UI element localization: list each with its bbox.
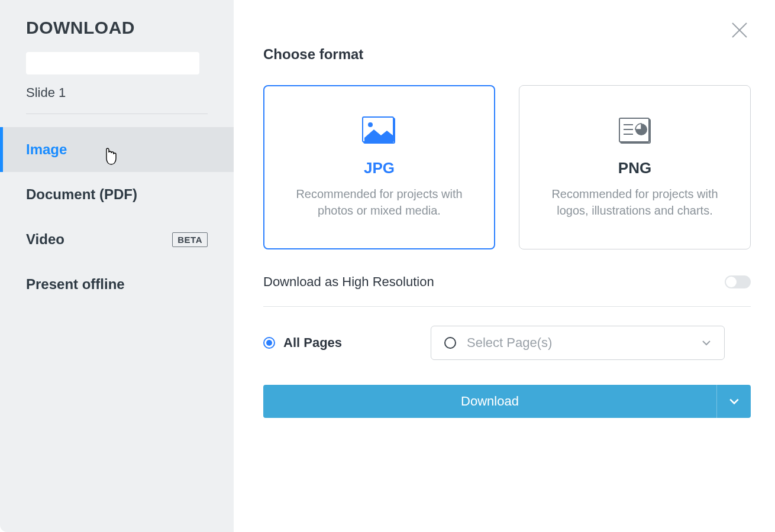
sidebar: DOWNLOAD Slide 1 Image Document (PDF) Vi… [0,0,234,532]
high-resolution-label: Download as High Resolution [263,274,434,290]
download-button[interactable]: Download [263,385,716,418]
select-pages-dropdown[interactable]: Select Page(s) [431,326,725,360]
format-desc: Recommended for projects with logos, ill… [536,186,734,219]
sidebar-item-image[interactable]: Image [0,127,234,172]
chevron-down-icon [729,396,740,407]
sidebar-item-label: Document (PDF) [26,186,137,203]
high-resolution-toggle[interactable] [725,275,751,288]
image-icon [362,116,396,145]
sidebar-title: DOWNLOAD [0,18,234,52]
format-options: JPG Recommended for projects with photos… [263,85,751,249]
format-name: JPG [364,159,395,177]
sidebar-item-video[interactable]: Video BETA [0,217,234,262]
pages-row: All Pages Select Page(s) [263,326,751,360]
select-pages-placeholder: Select Page(s) [467,335,691,351]
radio-icon [444,337,456,349]
sidebar-item-label: Image [26,141,67,158]
sidebar-item-label: Present offline [26,276,125,293]
download-button-group: Download [263,385,751,418]
format-desc: Recommended for projects with photos or … [281,186,477,219]
format-card-jpg[interactable]: JPG Recommended for projects with photos… [263,85,495,249]
svg-point-4 [368,122,373,127]
close-icon [730,21,749,40]
all-pages-label: All Pages [283,335,342,351]
download-split-button[interactable] [716,385,751,418]
choose-format-heading: Choose format [263,46,751,63]
all-pages-radio[interactable]: All Pages [263,335,342,351]
sidebar-item-label: Video [26,231,64,248]
slide-thumbnail-wrap [0,52,234,85]
slide-label: Slide 1 [0,85,234,113]
sidebar-item-present-offline[interactable]: Present offline [0,262,234,307]
beta-badge: BETA [172,232,208,247]
format-card-png[interactable]: PNG Recommended for projects with logos,… [519,85,751,249]
document-chart-icon [618,116,652,145]
high-resolution-row: Download as High Resolution [263,274,751,307]
format-name: PNG [618,159,651,177]
toggle-knob [726,277,737,287]
close-button[interactable] [730,21,749,40]
main-panel: Choose format JPG Recommended for projec… [234,0,775,532]
divider [26,113,208,114]
slide-thumbnail[interactable] [26,52,199,74]
chevron-down-icon [702,338,711,348]
sidebar-item-document-pdf[interactable]: Document (PDF) [0,172,234,217]
radio-icon [263,337,275,349]
